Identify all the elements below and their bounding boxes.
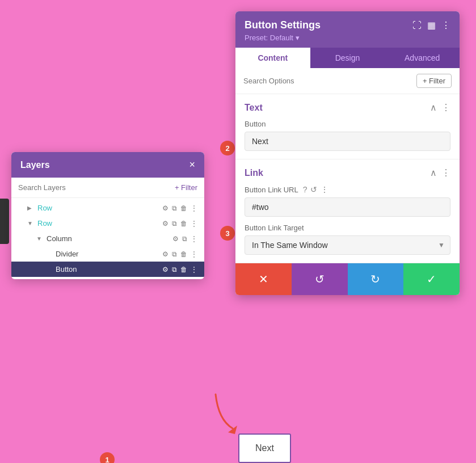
link-more-icon[interactable]: ⋮ [321,185,328,194]
link-url-label: Button Link URL [245,186,298,194]
settings-preset[interactable]: Preset: Default ▾ [245,33,450,42]
layer-more-button[interactable]: ⋮ [191,266,197,273]
settings-panel-title: Button Settings [245,19,321,31]
layer-settings-column[interactable]: ⚙ [172,235,179,243]
settings-header-top: Button Settings ⛶ ▦ ⋮ [245,19,450,31]
layer-delete-row1[interactable]: 🗑 [180,204,187,212]
layer-icons-row2: ⚙ ⧉ 🗑 ⋮ [162,220,197,228]
settings-expand-icon[interactable]: ⛶ [412,20,422,31]
settings-filter-button[interactable]: + Filter [416,74,452,88]
settings-search-input[interactable] [243,77,412,85]
next-page-button[interactable]: Next [238,433,291,463]
layer-delete-row2[interactable]: 🗑 [180,220,187,228]
settings-more-icon[interactable]: ⋮ [441,20,450,31]
layer-toggle-row1: ▶ [27,205,34,211]
settings-search-row: + Filter [235,68,460,94]
text-section-more[interactable]: ⋮ [441,102,450,113]
layers-close-button[interactable]: × [189,159,195,171]
layer-icons-button: ⚙ ⧉ 🗑 ⋮ [162,266,197,273]
link-reset-icon[interactable]: ↺ [310,185,317,194]
layer-item-column[interactable]: ▼ Column ⚙ ⧉ ⋮ [11,231,204,246]
layer-label-row2: Row [37,219,159,228]
link-target-wrapper: In The Same Window In A New Tab ▼ [245,235,450,255]
layer-settings-button[interactable]: ⚙ [162,266,169,273]
text-section: Text ∧ ⋮ Button [235,94,460,159]
step-badge-3: 3 [220,226,235,241]
layer-label-divider: Divider [56,250,159,258]
layer-more-row2[interactable]: ⋮ [191,220,197,228]
layers-panel: Layers × + Filter ▶ Row ⚙ ⧉ 🗑 ⋮ ▼ Row ⚙ … [11,152,204,279]
layer-duplicate-row2[interactable]: ⧉ [172,220,177,228]
settings-header-icons: ⛶ ▦ ⋮ [412,20,450,31]
link-url-header: Button Link URL ? ↺ ⋮ [245,185,450,194]
button-text-label: Button [245,120,450,128]
tab-design[interactable]: Design [310,48,385,68]
arrow-annotation [210,392,244,439]
layer-settings-divider[interactable]: ⚙ [162,250,169,258]
layer-settings-row2[interactable]: ⚙ [162,220,169,228]
tab-advanced[interactable]: Advanced [385,48,460,68]
layer-icons-column: ⚙ ⧉ ⋮ [172,235,197,243]
settings-tabs: Content Design Advanced [235,48,460,68]
layer-settings-row1[interactable]: ⚙ [162,204,169,212]
link-target-select[interactable]: In The Same Window In A New Tab [245,235,450,255]
settings-columns-icon[interactable]: ▦ [427,20,436,31]
layer-delete-divider[interactable]: 🗑 [180,250,187,258]
settings-confirm-button[interactable]: ✓ [403,263,460,295]
layer-item-row1[interactable]: ▶ Row ⚙ ⧉ 🗑 ⋮ [11,200,204,216]
settings-header: Button Settings ⛶ ▦ ⋮ Preset: Default ▾ [235,11,460,48]
step-badge-2: 2 [220,141,235,155]
layers-filter-button[interactable]: + Filter [175,183,197,192]
settings-panel: Button Settings ⛶ ▦ ⋮ Preset: Default ▾ … [235,11,460,295]
layer-duplicate-row1[interactable]: ⧉ [172,204,177,212]
text-section-title: Text [245,103,263,113]
layer-toggle-row2: ▼ [27,220,34,226]
layer-item-divider[interactable]: Divider ⚙ ⧉ 🗑 ⋮ [11,246,204,262]
layer-label-button: Button [56,265,159,273]
settings-redo-button[interactable]: ↻ [348,263,404,295]
link-section-collapse[interactable]: ∧ [430,167,437,178]
layer-label-column: Column [47,234,169,243]
left-sidebar-bar [0,199,9,244]
layers-panel-title: Layers [20,160,50,170]
text-section-controls: ∧ ⋮ [430,102,450,113]
step-badge-1: 1 [100,452,115,463]
tab-content[interactable]: Content [235,48,310,68]
link-section-title: Link [245,168,263,178]
layer-item-row2[interactable]: ▼ Row ⚙ ⧉ 🗑 ⋮ [11,216,204,231]
link-section-more[interactable]: ⋮ [441,167,450,178]
link-help-icon[interactable]: ? [303,185,307,194]
link-section-header: Link ∧ ⋮ [245,167,450,178]
text-section-header: Text ∧ ⋮ [245,102,450,113]
layer-duplicate-column[interactable]: ⧉ [182,235,187,243]
button-text-input[interactable] [245,132,450,151]
layer-icons-row1: ⚙ ⧉ 🗑 ⋮ [162,204,197,212]
settings-footer: ✕ ↺ ↻ ✓ [235,263,460,295]
layers-search-row: + Filter [11,178,204,198]
link-url-icons: ? ↺ ⋮ [303,185,329,194]
layer-label-row1: Row [37,204,159,212]
settings-undo-button[interactable]: ↺ [292,263,348,295]
layer-duplicate-button[interactable]: ⧉ [172,266,177,273]
layer-more-column[interactable]: ⋮ [191,235,197,243]
link-section: Link ∧ ⋮ Button Link URL ? ↺ ⋮ Button Li… [235,159,460,263]
link-url-input[interactable] [245,197,450,217]
link-section-controls: ∧ ⋮ [430,167,450,178]
layer-more-divider[interactable]: ⋮ [191,250,197,258]
layer-duplicate-divider[interactable]: ⧉ [172,250,177,258]
link-target-label: Button Link Target [245,224,450,232]
settings-cancel-button[interactable]: ✕ [235,263,292,295]
layers-panel-header: Layers × [11,152,204,178]
text-section-collapse[interactable]: ∧ [430,102,437,113]
layer-delete-button[interactable]: 🗑 [180,266,187,273]
layers-list: ▶ Row ⚙ ⧉ 🗑 ⋮ ▼ Row ⚙ ⧉ 🗑 ⋮ ▼ Column [11,198,204,279]
layer-item-button[interactable]: Button ⚙ ⧉ 🗑 ⋮ [11,262,204,277]
layers-search-input[interactable] [18,183,170,192]
layer-toggle-column: ▼ [36,235,43,242]
layer-more-row1[interactable]: ⋮ [191,204,197,212]
layer-icons-divider: ⚙ ⧉ 🗑 ⋮ [162,250,197,258]
